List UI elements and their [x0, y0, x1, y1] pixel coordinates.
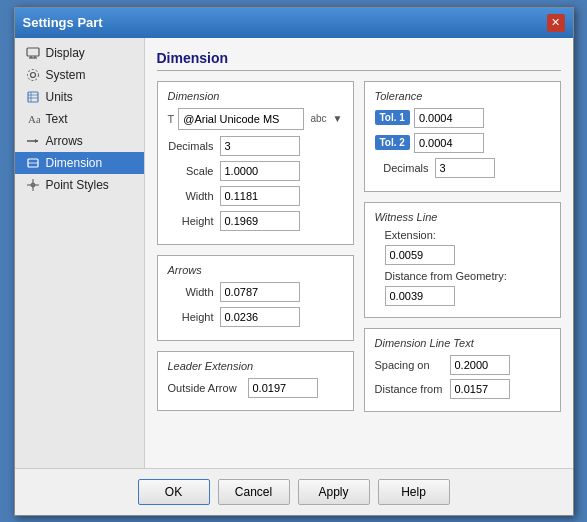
font-dropdown-icon[interactable]: ▼	[333, 113, 343, 124]
arrows-height-input[interactable]	[220, 307, 300, 327]
tol2-badge: Tol. 2	[375, 135, 410, 150]
sidebar-item-arrows[interactable]: Arrows	[15, 130, 144, 152]
bottom-bar: OK Cancel Apply Help	[15, 468, 573, 515]
dimension-section: Dimension T abc ▼ Decimals Scale	[157, 81, 354, 245]
tol1-input[interactable]	[414, 108, 484, 128]
svg-rect-0	[27, 48, 39, 56]
extension-label: Extension:	[385, 229, 436, 241]
arrows-section: Arrows Width Height	[157, 255, 354, 341]
settings-window: Settings Part ✕ Display System Uni	[14, 7, 574, 516]
leader-section-label: Leader Extension	[168, 360, 343, 372]
distance-from-row: Distance from	[375, 379, 550, 399]
sidebar-label-arrows: Arrows	[46, 134, 83, 148]
width-row-dim: Width	[168, 186, 343, 206]
dim-line-text-section: Dimension Line Text Spacing on Distance …	[364, 328, 561, 412]
sidebar-item-units[interactable]: Units	[15, 86, 144, 108]
decimals-label: Decimals	[168, 140, 220, 152]
sidebar-item-system[interactable]: System	[15, 64, 144, 86]
title-bar: Settings Part ✕	[15, 8, 573, 38]
help-button[interactable]: Help	[378, 479, 450, 505]
point-styles-icon	[25, 177, 41, 193]
sidebar-label-units: Units	[46, 90, 73, 104]
extension-input-row	[375, 245, 550, 265]
outside-row: Outside Arrow	[168, 378, 343, 398]
display-icon	[25, 45, 41, 61]
height-row-dim: Height	[168, 211, 343, 231]
leader-section: Leader Extension Outside Arrow	[157, 351, 354, 411]
ok-button[interactable]: OK	[138, 479, 210, 505]
close-button[interactable]: ✕	[547, 14, 565, 32]
width-input-dim[interactable]	[220, 186, 300, 206]
decimals-input[interactable]	[220, 136, 300, 156]
svg-marker-12	[35, 139, 38, 143]
main-panel: Dimension Dimension T abc ▼ De	[145, 38, 573, 468]
font-suffix: abc	[310, 113, 326, 124]
outside-label: Outside Arrow	[168, 382, 248, 394]
distance-from-input[interactable]	[450, 379, 510, 399]
outside-input[interactable]	[248, 378, 318, 398]
tol2-row: Tol. 2	[375, 133, 550, 153]
arrows-width-input[interactable]	[220, 282, 300, 302]
spacing-on-input[interactable]	[450, 355, 510, 375]
svg-rect-6	[28, 92, 38, 102]
dist-geo-input[interactable]	[385, 286, 455, 306]
sidebar-item-display[interactable]: Display	[15, 42, 144, 64]
width-label-dim: Width	[168, 190, 220, 202]
units-icon	[25, 89, 41, 105]
dist-geo-input-row	[375, 286, 550, 306]
height-label-dim: Height	[168, 215, 220, 227]
dimension-section-label: Dimension	[168, 90, 343, 102]
sidebar-item-text[interactable]: Aa Text	[15, 108, 144, 130]
witness-section: Witness Line Extension: Distance from Ge…	[364, 202, 561, 318]
arrows-width-row: Width	[168, 282, 343, 302]
spacing-on-row: Spacing on	[375, 355, 550, 375]
arrows-section-label: Arrows	[168, 264, 343, 276]
svg-point-4	[30, 72, 35, 77]
sidebar-label-display: Display	[46, 46, 85, 60]
font-input[interactable]	[178, 108, 304, 130]
extension-input[interactable]	[385, 245, 455, 265]
witness-section-label: Witness Line	[375, 211, 550, 223]
svg-point-5	[27, 69, 38, 80]
text-format-icon: T	[168, 113, 175, 125]
tol1-row: Tol. 1	[375, 108, 550, 128]
tolerance-section: Tolerance Tol. 1 Tol. 2 Decimals	[364, 81, 561, 192]
decimals-row: Decimals	[168, 136, 343, 156]
arrows-height-row: Height	[168, 307, 343, 327]
scale-label: Scale	[168, 165, 220, 177]
arrows-icon	[25, 133, 41, 149]
scale-row: Scale	[168, 161, 343, 181]
arrows-height-label: Height	[168, 311, 220, 323]
dist-geo-row: Distance from Geometry:	[375, 270, 550, 282]
content-area: Display System Units Aa Text	[15, 38, 573, 468]
panel-title: Dimension	[157, 50, 561, 71]
window-title: Settings Part	[23, 15, 103, 30]
text-icon: Aa	[25, 111, 41, 127]
font-row: T abc ▼	[168, 108, 343, 130]
dimension-icon	[25, 155, 41, 171]
sidebar: Display System Units Aa Text	[15, 38, 145, 468]
tol1-badge: Tol. 1	[375, 110, 410, 125]
distance-from-label: Distance from	[375, 383, 450, 395]
svg-text:Aa: Aa	[28, 113, 40, 125]
tolerance-section-label: Tolerance	[375, 90, 550, 102]
cancel-button[interactable]: Cancel	[218, 479, 290, 505]
apply-button[interactable]: Apply	[298, 479, 370, 505]
dim-line-text-label: Dimension Line Text	[375, 337, 550, 349]
height-input-dim[interactable]	[220, 211, 300, 231]
sidebar-label-text: Text	[46, 112, 68, 126]
left-column: Dimension T abc ▼ Decimals Scale	[157, 81, 354, 422]
two-column-layout: Dimension T abc ▼ Decimals Scale	[157, 81, 561, 422]
scale-input[interactable]	[220, 161, 300, 181]
sidebar-item-dimension[interactable]: Dimension	[15, 152, 144, 174]
dist-geo-label: Distance from Geometry:	[385, 270, 507, 282]
tol2-input[interactable]	[414, 133, 484, 153]
sidebar-label-dimension: Dimension	[46, 156, 103, 170]
arrows-width-label: Width	[168, 286, 220, 298]
sidebar-label-system: System	[46, 68, 86, 82]
tol-decimals-input[interactable]	[435, 158, 495, 178]
tol-decimals-row: Decimals	[375, 158, 550, 178]
extension-row: Extension:	[375, 229, 550, 241]
spacing-on-label: Spacing on	[375, 359, 450, 371]
sidebar-item-point-styles[interactable]: Point Styles	[15, 174, 144, 196]
